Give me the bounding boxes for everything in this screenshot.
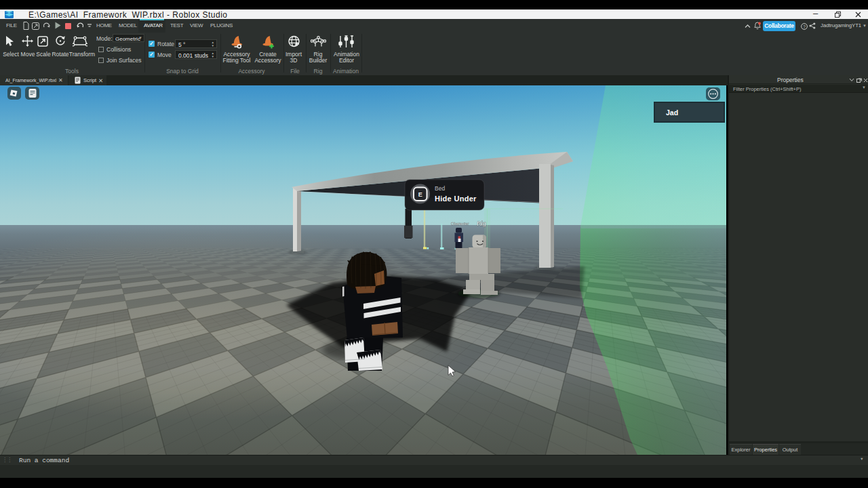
svg-text:Jad: Jad (666, 108, 678, 117)
svg-text:Rig: Rig (477, 220, 486, 227)
svg-text:?: ? (803, 24, 806, 28)
svg-text:Hide Under: Hide Under (435, 195, 477, 203)
svg-text:E: E (418, 191, 422, 198)
svg-text:Bed: Bed (435, 185, 445, 192)
svg-text:Character: Character (451, 222, 469, 226)
